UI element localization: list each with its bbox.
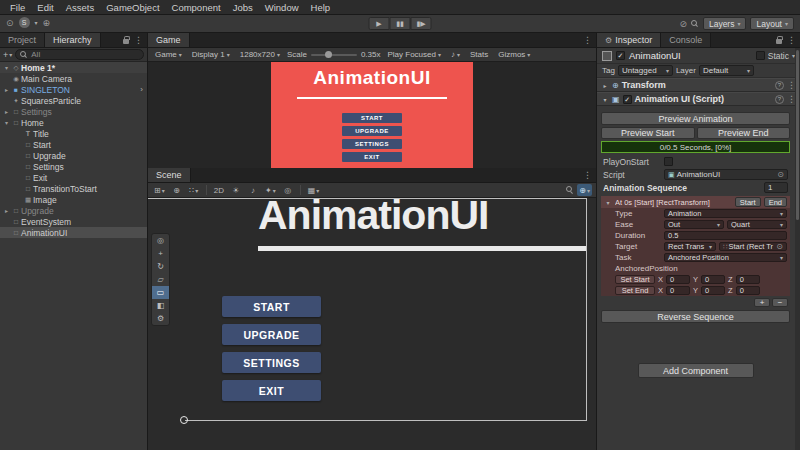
remove-sequence-button[interactable]: − xyxy=(772,298,788,307)
scale-tool-icon[interactable]: ▱ xyxy=(152,273,169,286)
plugin-icon[interactable]: ⊙ xyxy=(6,18,14,28)
lighting-toggle-icon[interactable]: ☀ xyxy=(229,184,243,196)
menu-window[interactable]: Window xyxy=(259,2,305,13)
audio-toggle-icon[interactable]: ♪ xyxy=(246,184,260,196)
audio-mute-button[interactable]: ♪▾ xyxy=(448,49,463,61)
menu-jobs[interactable]: Jobs xyxy=(227,2,259,13)
game-menu-button-start[interactable]: START xyxy=(342,113,402,123)
panel-menu-icon[interactable]: ⋮ xyxy=(583,170,592,180)
menu-file[interactable]: File xyxy=(4,2,31,13)
panel-menu-icon[interactable]: ⋮ xyxy=(787,35,796,45)
sequence-size-field[interactable]: 1 xyxy=(764,182,788,193)
target-object-field[interactable]: ∷ Start (Rect Tr ⊙ xyxy=(719,242,787,251)
overlay-menu-dropdown[interactable]: ⊕▾ xyxy=(577,184,592,196)
foldout-arrow[interactable]: ▸ xyxy=(2,86,11,93)
tab-hierarchy[interactable]: Hierarchy xyxy=(45,33,101,47)
layout-dropdown[interactable]: Layout▾ xyxy=(750,17,794,30)
hierarchy-item-transitiontostart[interactable]: □TransitionToStart xyxy=(0,183,147,194)
play-on-start-checkbox[interactable] xyxy=(664,157,673,166)
step-button[interactable]: ▮▶ xyxy=(411,17,432,30)
menu-component[interactable]: Component xyxy=(166,2,227,13)
foldout-arrow[interactable]: ▾ xyxy=(604,199,612,206)
help-icon[interactable]: ? xyxy=(775,81,784,90)
foldout-arrow[interactable]: ▸ xyxy=(2,108,11,115)
search-icon[interactable] xyxy=(566,186,574,194)
search-icon[interactable] xyxy=(691,20,699,28)
transform-component-header[interactable]: ▸ ⊕ Transform ? ⋮ xyxy=(597,78,800,92)
tab-scene[interactable]: Scene xyxy=(148,168,191,182)
preview-end-button[interactable]: Preview End xyxy=(697,127,791,139)
menu-edit[interactable]: Edit xyxy=(31,2,59,13)
add-sequence-button[interactable]: + xyxy=(754,298,770,307)
tab-console[interactable]: Console xyxy=(661,33,711,47)
start-x-field[interactable]: 0 xyxy=(666,275,690,284)
resolution-dropdown[interactable]: 1280x720▾ xyxy=(237,49,283,61)
play-button[interactable]: ▶ xyxy=(369,17,390,30)
task-dropdown[interactable]: Anchored Position▾ xyxy=(664,253,787,262)
sequence-end-button[interactable]: End xyxy=(764,197,787,207)
panel-menu-icon[interactable]: ⋮ xyxy=(583,35,592,45)
scrollbar-thumb[interactable] xyxy=(796,50,799,220)
hierarchy-item-start[interactable]: □Start xyxy=(0,139,147,150)
hierarchy-item-squaresparticle[interactable]: ✦SquaresParticle xyxy=(0,95,147,106)
animation-ui-script-header[interactable]: ▾ ▣ ✓ Animation UI (Script) ? ⋮ xyxy=(597,92,800,106)
hierarchy-item-image[interactable]: ▦Image xyxy=(0,194,147,205)
hierarchy-item-settings[interactable]: ▸□Settings xyxy=(0,106,147,117)
component-enabled-checkbox[interactable]: ✓ xyxy=(623,95,632,104)
start-y-field[interactable]: 0 xyxy=(701,275,725,284)
tool-settings-dropdown[interactable]: ∷▾ xyxy=(187,184,201,196)
tab-game[interactable]: Game xyxy=(148,33,190,47)
grid-visibility-dropdown[interactable]: ⊞▾ xyxy=(152,184,167,196)
end-y-field[interactable]: 0 xyxy=(701,286,725,295)
hierarchy-item-animationui[interactable]: □AnimationUI xyxy=(0,227,147,238)
ease-type-dropdown[interactable]: Quart▾ xyxy=(727,220,787,229)
foldout-arrow[interactable]: ▾ xyxy=(601,96,609,103)
end-z-field[interactable]: 0 xyxy=(736,286,760,295)
set-start-button[interactable]: Set Start xyxy=(615,275,655,284)
reverse-sequence-button[interactable]: Reverse Sequence xyxy=(601,310,790,323)
script-object-field[interactable]: ▣ AnimationUI ⊙ xyxy=(664,169,788,180)
lock-icon[interactable] xyxy=(123,39,129,44)
game-menu-button-settings[interactable]: SETTINGS xyxy=(342,139,402,149)
hierarchy-item-upgrade[interactable]: □Upgrade xyxy=(0,150,147,161)
scene-menu-button-upgrade[interactable]: UPGRADE xyxy=(222,324,321,345)
mode-2d-button[interactable]: 2D xyxy=(212,184,226,196)
type-dropdown[interactable]: Animation▾ xyxy=(664,209,787,218)
layers-dropdown[interactable]: Layers▾ xyxy=(703,17,747,30)
end-x-field[interactable]: 0 xyxy=(666,286,690,295)
undo-history-icon[interactable]: ⊘ xyxy=(679,19,687,29)
foldout-arrow[interactable]: ▾ xyxy=(2,64,11,71)
foldout-arrow[interactable]: ▾ xyxy=(2,119,11,126)
menu-gameobject[interactable]: GameObject xyxy=(100,2,165,13)
hierarchy-item-settings[interactable]: □Settings xyxy=(0,161,147,172)
rect-tool-icon[interactable]: ▭ xyxy=(152,286,169,299)
tab-inspector[interactable]: ⚙ Inspector xyxy=(597,33,661,47)
foldout-arrow[interactable]: ▸ xyxy=(2,207,11,214)
start-z-field[interactable]: 0 xyxy=(736,275,760,284)
active-checkbox[interactable]: ✓ xyxy=(616,51,625,60)
game-menu-button-upgrade[interactable]: UPGRADE xyxy=(342,126,402,136)
hierarchy-search-input[interactable]: All xyxy=(15,49,144,60)
duration-field[interactable]: 0.5 xyxy=(664,231,787,240)
gizmo-toggle-icon[interactable]: ⊕ xyxy=(170,184,184,196)
play-focused-dropdown[interactable]: Play Focused▾ xyxy=(385,49,444,61)
preview-start-button[interactable]: Preview Start xyxy=(601,127,695,139)
lock-icon[interactable] xyxy=(776,39,782,44)
game-menu-button-exit[interactable]: EXIT xyxy=(342,152,402,162)
menu-help[interactable]: Help xyxy=(305,2,337,13)
inspector-scrollbar[interactable] xyxy=(795,48,800,450)
hierarchy-item-upgrade[interactable]: ▸□Upgrade xyxy=(0,205,147,216)
menu-assets[interactable]: Assets xyxy=(60,2,101,13)
gizmos-dropdown[interactable]: Gizmos▾ xyxy=(495,49,533,61)
layer-dropdown[interactable]: Default▾ xyxy=(699,65,754,76)
account-avatar[interactable]: S xyxy=(19,17,30,28)
pause-button[interactable]: ▮▮ xyxy=(390,17,411,30)
stats-button[interactable]: Stats xyxy=(467,49,491,61)
view-tool-icon[interactable]: ◎ xyxy=(152,234,169,247)
foldout-arrow[interactable]: ▸ xyxy=(601,82,609,89)
sequence-item-header[interactable]: ▾ At 0s [Start] [RectTransform] Start En… xyxy=(601,196,790,208)
hierarchy-scene-row[interactable]: ▾ ◇ Home 1* xyxy=(0,62,147,73)
custom-tool-icon[interactable]: ⚙ xyxy=(152,312,169,325)
display-dropdown[interactable]: Display 1▾ xyxy=(189,49,233,61)
game-viewport[interactable]: AnimationUI STARTUPGRADESETTINGSEXIT xyxy=(148,62,596,168)
